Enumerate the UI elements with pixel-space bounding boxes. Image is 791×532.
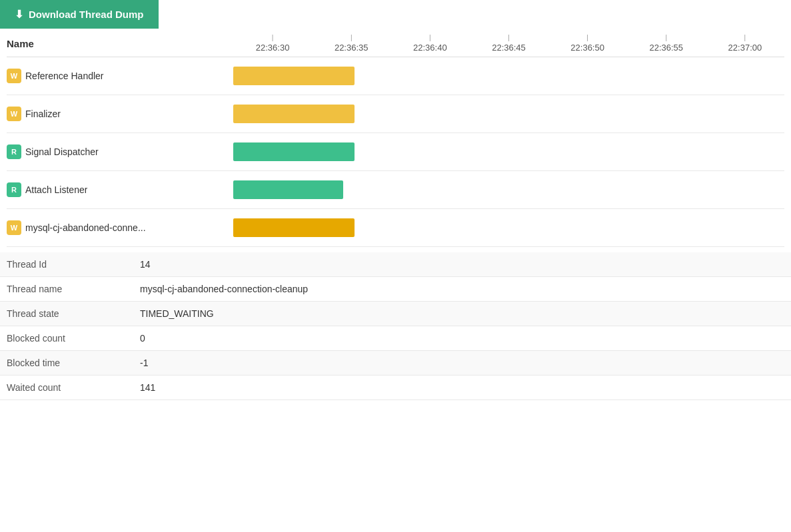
time-label-2: 22:36:40	[391, 34, 469, 53]
timeline-bar-area	[233, 178, 784, 202]
detail-value: -1	[140, 358, 148, 368]
thread-name-col: WFinalizer	[7, 107, 233, 121]
thread-label: Finalizer	[25, 109, 61, 119]
time-label-0: 22:36:30	[233, 34, 312, 53]
thread-rows: WReference HandlerWFinalizerRSignal Disp…	[7, 57, 784, 247]
timeline-bar	[233, 218, 355, 237]
time-label-1: 22:36:35	[312, 34, 391, 53]
timeline-section: Name 22:36:3022:36:3522:36:4022:36:4522:…	[0, 29, 791, 247]
detail-value: 0	[140, 333, 145, 344]
detail-label: Thread name	[7, 284, 140, 294]
time-label-3: 22:36:45	[469, 34, 548, 53]
detail-value: TIMED_WAITING	[140, 308, 214, 319]
detail-row: Waited count141	[0, 376, 791, 400]
detail-row: Thread namemysql-cj-abandoned-connection…	[0, 277, 791, 302]
thread-label: Signal Dispatcher	[25, 146, 99, 157]
detail-label: Blocked time	[7, 358, 140, 368]
detail-label: Waited count	[7, 382, 140, 393]
thread-name-col: Wmysql-cj-abandoned-conne...	[7, 220, 233, 235]
state-badge: W	[7, 69, 21, 83]
timeline-bar-area	[233, 102, 784, 126]
thread-row[interactable]: RSignal Dispatcher	[7, 133, 784, 171]
detail-value: 141	[140, 382, 155, 393]
detail-row: Thread Id14	[0, 252, 791, 277]
detail-label: Thread Id	[7, 259, 140, 270]
detail-rows-container: Thread Id14Thread namemysql-cj-abandoned…	[0, 252, 791, 400]
thread-label: Attach Listener	[25, 184, 87, 195]
state-badge: W	[7, 107, 21, 121]
thread-label: mysql-cj-abandoned-conne...	[25, 222, 146, 233]
detail-label: Blocked count	[7, 333, 140, 344]
thread-label: Reference Handler	[25, 71, 104, 81]
timeline-bar-area	[233, 216, 784, 240]
timeline-bar	[233, 142, 355, 161]
timeline-header: Name 22:36:3022:36:3522:36:4022:36:4522:…	[7, 29, 784, 57]
thread-row[interactable]: Wmysql-cj-abandoned-conne...	[7, 209, 784, 247]
thread-row[interactable]: WFinalizer	[7, 95, 784, 133]
detail-value: mysql-cj-abandoned-connection-cleanup	[140, 284, 308, 294]
detail-value: 14	[140, 259, 151, 270]
state-badge: R	[7, 182, 21, 197]
detail-label: Thread state	[7, 308, 140, 319]
timeline-bar	[233, 105, 355, 123]
time-label-5: 22:36:55	[627, 34, 706, 53]
timeline-bar	[233, 67, 355, 85]
thread-row[interactable]: WReference Handler	[7, 57, 784, 95]
download-icon: ⬇	[15, 8, 23, 21]
details-section: Thread Id14Thread namemysql-cj-abandoned…	[0, 252, 791, 400]
time-label-6: 22:37:00	[706, 34, 784, 53]
name-column-header: Name	[7, 38, 233, 49]
download-thread-dump-button[interactable]: ⬇ Download Thread Dump	[0, 0, 159, 29]
state-badge: W	[7, 220, 21, 235]
download-button-label: Download Thread Dump	[29, 9, 144, 20]
detail-row: Thread stateTIMED_WAITING	[0, 302, 791, 326]
thread-name-col: RSignal Dispatcher	[7, 144, 233, 159]
timeline-bar-area	[233, 140, 784, 164]
detail-row: Blocked time-1	[0, 351, 791, 376]
state-badge: R	[7, 144, 21, 159]
thread-row[interactable]: RAttach Listener	[7, 171, 784, 209]
time-label-4: 22:36:50	[548, 34, 627, 53]
thread-name-col: RAttach Listener	[7, 182, 233, 197]
thread-name-col: WReference Handler	[7, 69, 233, 83]
detail-row: Blocked count0	[0, 326, 791, 351]
time-labels-row: 22:36:3022:36:3522:36:4022:36:4522:36:50…	[233, 34, 784, 53]
timeline-bar-area	[233, 64, 784, 88]
timeline-bar	[233, 180, 343, 199]
